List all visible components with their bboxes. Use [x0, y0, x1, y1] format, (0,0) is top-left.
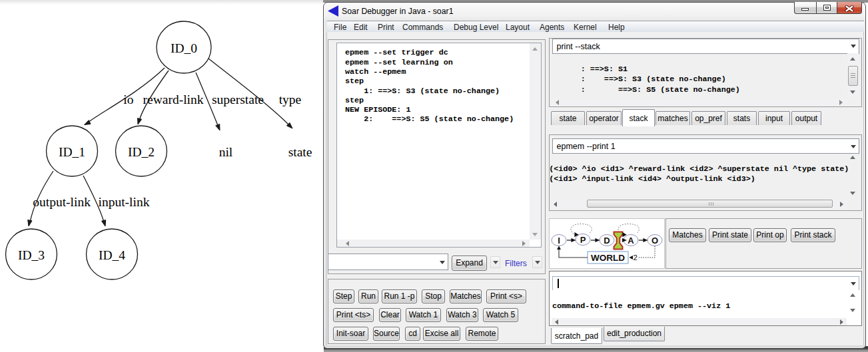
svg-text:I: I — [558, 236, 560, 246]
svg-text:O: O — [651, 236, 658, 246]
svg-text:input-link: input-link — [99, 195, 150, 209]
svg-text:ID_1: ID_1 — [59, 145, 85, 159]
svg-text:WORLD: WORLD — [591, 253, 625, 263]
svg-text:state: state — [288, 145, 312, 159]
svg-text:A: A — [628, 236, 634, 246]
svg-text:io: io — [123, 92, 133, 106]
svg-text:2: 2 — [634, 254, 638, 262]
svg-text:D: D — [604, 236, 610, 246]
svg-text:ID_4: ID_4 — [99, 248, 125, 262]
svg-text:nil: nil — [219, 145, 233, 159]
svg-text:P: P — [580, 235, 586, 245]
svg-text:reward-link: reward-link — [143, 92, 204, 106]
svg-text:ID_0: ID_0 — [171, 41, 197, 55]
svg-text:output-link: output-link — [33, 195, 91, 209]
svg-text:superstate: superstate — [212, 92, 264, 106]
svg-text:ID_3: ID_3 — [18, 248, 45, 262]
svg-text:ID_2: ID_2 — [128, 145, 155, 159]
svg-text:type: type — [279, 92, 302, 106]
